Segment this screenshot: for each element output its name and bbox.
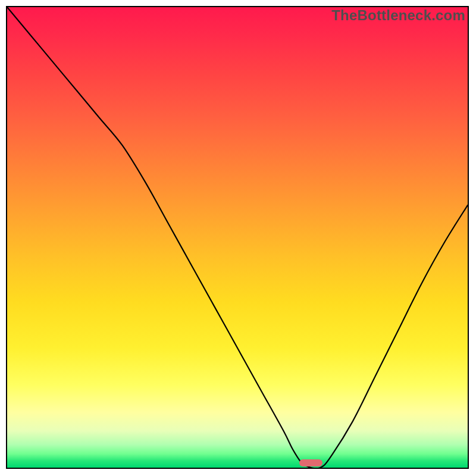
plot-area [7,7,468,468]
watermark-text: TheBottleneck.com [331,7,465,24]
optimal-marker [299,459,322,466]
bottleneck-curve [7,7,468,468]
